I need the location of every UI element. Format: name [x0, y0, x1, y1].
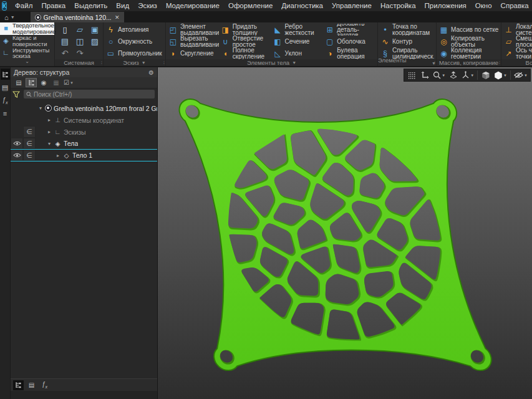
shading-mode-button[interactable]: ▼ [493, 70, 508, 80]
tree-structure-icon[interactable] [26, 78, 37, 87]
collapsed-icon[interactable]: ▸ [47, 117, 52, 123]
offset-plane-button[interactable]: ▱Смещенная плоскость [503, 36, 532, 47]
local-cs-button[interactable]: ⊥Локальная система коор... [503, 24, 532, 36]
eye-icon[interactable] [11, 138, 23, 149]
view-cube-button[interactable] [480, 70, 492, 80]
section-grip[interactable]: ⁞ [163, 60, 164, 65]
fx-icon[interactable]: ƒx [1, 95, 10, 106]
structure-list-icon[interactable]: ▤ [13, 78, 24, 87]
params-icon[interactable]: ▤ [26, 380, 37, 390]
menu-Правка[interactable]: Правка [37, 1, 70, 11]
tree-structure-icon[interactable] [1, 69, 10, 80]
coordinate-system-button[interactable] [418, 70, 431, 80]
fan-grill-body[interactable] [178, 99, 493, 370]
grid-array-button[interactable]: ▦Массив по сетке [438, 24, 499, 36]
collapsed-icon[interactable]: ▸ [56, 153, 60, 158]
section-grip[interactable]: ⁞ [499, 60, 500, 65]
tree-row[interactable]: ∈▸◇Тело 1 [11, 150, 157, 161]
expanded-icon[interactable]: ▾ [38, 105, 43, 111]
collapsed-icon[interactable]: ▸ [47, 129, 52, 135]
thicken-button[interactable]: ◨Придать толщину [220, 24, 271, 36]
tree-row-content[interactable]: ▾Grelha ventoinha 120mm froral 2 Grelha … [36, 102, 157, 114]
extrude-button[interactable]: ◰Элемент выдавливания [168, 24, 219, 36]
tree-row-content[interactable]: ▸◇Тело 1 [36, 150, 157, 161]
app-logo-icon[interactable]: К [2, 1, 7, 11]
new-document-button[interactable]: ▯ [57, 24, 72, 36]
tree-row[interactable]: ▾Grelha ventoinha 120mm froral 2 Grelha … [11, 102, 157, 114]
section-button[interactable]: ◧Сечение [273, 36, 324, 47]
menu-Вид[interactable]: Вид [112, 1, 133, 11]
point-by-coords-button[interactable]: •Точка по координатам [380, 24, 434, 36]
copy-objects-button[interactable]: ◎Копировать объекты [438, 36, 499, 47]
fx-icon[interactable]: ƒx [39, 380, 50, 390]
undo-button[interactable]: ↶ [57, 47, 72, 59]
menu-Окно[interactable]: Окно [471, 1, 496, 11]
tree-row-content[interactable]: ▸∟Эскизы [36, 126, 157, 138]
tree-row-content[interactable]: ▾◈Тела [36, 138, 157, 149]
tree-structure-icon[interactable] [13, 380, 24, 390]
save-button[interactable]: ▣ [87, 24, 102, 36]
geometry-collection-button[interactable]: ◉Коллекция геометрии [438, 47, 499, 59]
boolean-button[interactable]: ◑Булева операция [324, 47, 375, 59]
zoom-area-button[interactable]: ▼ [432, 70, 447, 80]
element-of-icon[interactable]: ∈ [23, 138, 36, 149]
element-of-icon[interactable]: ∈ [23, 150, 36, 161]
menu-icon[interactable]: ≡ [1, 108, 10, 119]
tree-row-content[interactable]: ▸⊥Системы координат [36, 114, 157, 126]
menu-Приложения[interactable]: Приложения [420, 1, 471, 11]
orientation-button[interactable] [447, 70, 460, 80]
close-tab-icon[interactable]: ✕ [115, 14, 120, 21]
rectangle-button[interactable]: ▭Прямоугольник [105, 47, 163, 59]
home-button[interactable]: ⌂ ▼ [0, 12, 19, 22]
rib-button[interactable]: ◣Ребро жесткости [273, 24, 324, 36]
chevron-down-icon[interactable]: ▼ [142, 60, 146, 65]
tree-row[interactable]: ∈▾◈Тела [11, 138, 157, 150]
document-tab[interactable]: Grelha ventoinha 120... ✕ [31, 12, 124, 22]
params-icon[interactable]: ▤ [1, 82, 10, 93]
menu-Выделить[interactable]: Выделить [70, 1, 112, 11]
menu-Управление[interactable]: Управление [327, 1, 376, 11]
circle-button[interactable]: ○Окружность [105, 36, 163, 47]
draft-button[interactable]: ◺Уклон [273, 47, 324, 59]
model-grelha-ventoinha-120mm[interactable] [158, 67, 532, 399]
element-of-icon[interactable]: ∈ [23, 126, 36, 138]
redo-button[interactable]: ↷ [72, 47, 87, 59]
menu-Эскиз[interactable]: Эскиз [133, 1, 162, 11]
menu-Настройка[interactable]: Настройка [376, 1, 420, 11]
eye-icon[interactable] [11, 150, 23, 161]
section-grip[interactable]: ⁞ [101, 60, 102, 65]
menu-Файл[interactable]: Файл [11, 1, 37, 11]
contour-button[interactable]: ∿Контур [380, 36, 434, 47]
mode-item[interactable]: ◈Каркас и поверхности [0, 35, 54, 47]
checklist-icon[interactable]: ☑▼ [63, 78, 74, 87]
expanded-icon[interactable]: ▾ [47, 141, 52, 147]
viewport-3d[interactable]: ▼▼▼▼ [158, 67, 532, 399]
full-fillet-button[interactable]: ◖Полное скругление [220, 47, 271, 59]
hide-objects-button[interactable]: ▼ [513, 70, 529, 80]
menu-Диагностика[interactable]: Диагностика [277, 1, 327, 11]
search-box[interactable] [24, 90, 155, 99]
shell-button[interactable]: ▢Оболочка [324, 36, 375, 47]
save-as-button[interactable]: ▨ [87, 36, 102, 47]
menu-Моделирование[interactable]: Моделирование [162, 1, 224, 11]
mode-item[interactable]: ∟Инструменты эскиза [0, 47, 54, 59]
simple-hole-button[interactable]: ∪Отверстие простое [220, 36, 271, 47]
relations-icon[interactable]: ◉ [38, 78, 49, 87]
open-document-button[interactable]: ▱ [72, 24, 87, 36]
print-preview-button[interactable]: ◫ [72, 36, 87, 47]
fillet-button[interactable]: ◗Скругление [168, 47, 219, 59]
tree-row[interactable]: ▸⊥Системы координат [11, 114, 157, 126]
autoline-button[interactable]: ϟАвтолиния [105, 24, 163, 36]
layers-grid-icon[interactable]: ▦ [51, 78, 62, 87]
tree-row[interactable]: ∈▸∟Эскизы [11, 126, 157, 138]
filter-icon[interactable] [12, 91, 21, 98]
grid-snap-button[interactable] [405, 70, 418, 80]
cut-extrude-button[interactable]: ◱Вырезать выдавливанием [168, 36, 219, 47]
menu-Оформление[interactable]: Оформление [224, 1, 277, 11]
axis-two-points-button[interactable]: ↗Ось через две точки [503, 47, 532, 59]
add-stock-part-button[interactable]: ⊞Добавить деталь-заготов... [324, 24, 375, 36]
chevron-down-icon[interactable]: ▼ [292, 60, 296, 65]
search-input[interactable] [34, 91, 152, 98]
print-button[interactable]: ▤ [57, 36, 72, 47]
axes-orientation-button[interactable]: ▼ [460, 70, 475, 80]
